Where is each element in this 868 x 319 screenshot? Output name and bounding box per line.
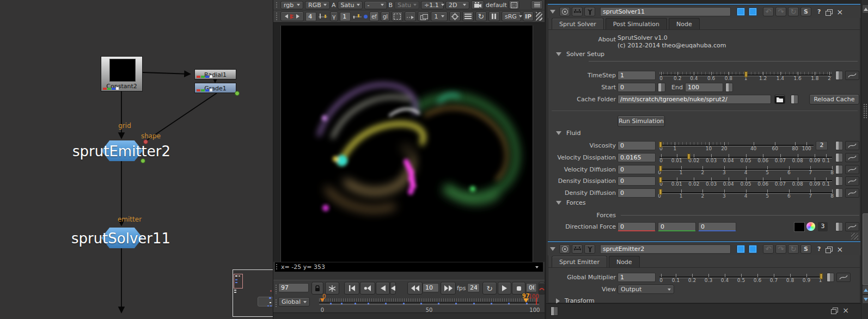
- density-diffusion-slider[interactable]: 012345678: [659, 188, 832, 198]
- timestep-input[interactable]: [618, 71, 656, 80]
- density-diffusion-input[interactable]: [618, 188, 656, 198]
- viewer-lut-dropdown[interactable]: sRG: [502, 11, 521, 21]
- animation-menu-button[interactable]: [725, 83, 733, 92]
- postage-stamp-toggle[interactable]: [737, 8, 745, 16]
- animation-menu-button[interactable]: [827, 273, 834, 282]
- slider-handle[interactable]: [659, 177, 662, 183]
- infobar-dropdown-icon[interactable]: [535, 266, 539, 268]
- color-swatch[interactable]: [794, 222, 805, 232]
- step-back-button[interactable]: [376, 282, 390, 295]
- density-dissipation-slider[interactable]: 00.010.020.030.040.050.060.070.080.090.1: [659, 176, 832, 186]
- properties-scrollbar[interactable]: [861, 0, 868, 319]
- undo-icon[interactable]: ↶: [763, 244, 774, 254]
- monitor-output-icon[interactable]: [572, 7, 583, 16]
- group-solver-setup[interactable]: Solver Setup: [556, 51, 604, 58]
- collapsed-panel-handle[interactable]: [551, 306, 558, 316]
- blend-dropdown[interactable]: -: [364, 1, 387, 9]
- layer-dropdown[interactable]: rgb: [280, 1, 303, 9]
- loop-mode-button[interactable]: ↻: [482, 282, 497, 295]
- group-fluid[interactable]: Fluid: [556, 130, 580, 137]
- slider-handle[interactable]: [820, 273, 823, 279]
- tab-post-simulation[interactable]: Post Simulation: [606, 18, 667, 30]
- current-frame-input[interactable]: [278, 283, 309, 292]
- run-simulation-button[interactable]: Run Simulation: [618, 115, 665, 127]
- timeline-drag-handle[interactable]: [275, 299, 278, 308]
- close-icon[interactable]: ×: [836, 245, 843, 254]
- tab-node[interactable]: Node: [669, 18, 700, 30]
- global-multiplier-input[interactable]: [618, 273, 656, 282]
- curve-editor-button[interactable]: [845, 165, 859, 174]
- diagonal-stripes-icon[interactable]: [535, 11, 543, 21]
- velocity-dissipation-input[interactable]: [618, 153, 656, 162]
- frame-format-icon[interactable]: [509, 1, 519, 9]
- first-frame-button[interactable]: [344, 282, 359, 295]
- global-multiplier-slider[interactable]: 00.10.20.30.40.50.60.70.80.91: [659, 272, 823, 283]
- scanline-icon[interactable]: [462, 11, 474, 21]
- panel-collapse-icon[interactable]: [550, 10, 558, 14]
- help-icon[interactable]: ?: [817, 246, 821, 253]
- group-forces[interactable]: Forces: [556, 199, 586, 206]
- gain-dropdown[interactable]: ÷1.1: [421, 1, 444, 9]
- viewer-menu-icon[interactable]: [531, 1, 543, 9]
- range-end-field[interactable]: [526, 283, 537, 292]
- node-color-toggle[interactable]: [749, 245, 757, 253]
- proxy-dropdown[interactable]: 1: [431, 11, 447, 21]
- animation-menu-button[interactable]: [835, 176, 843, 186]
- node-grade1[interactable]: Grade1: [194, 83, 236, 93]
- node-constant2[interactable]: Constant2: [101, 56, 143, 91]
- panel-resize-grip[interactable]: [851, 233, 858, 240]
- gl-button[interactable]: gl: [381, 11, 390, 21]
- scroll-up-button[interactable]: [862, 4, 868, 14]
- animation-menu-button[interactable]: [835, 222, 843, 231]
- curve-editor-button[interactable]: [836, 273, 851, 282]
- curve-editor-button[interactable]: [845, 222, 859, 231]
- slider-handle[interactable]: [687, 154, 690, 160]
- forward-step-button[interactable]: [441, 282, 456, 295]
- timeline-range-dropdown[interactable]: Global: [278, 297, 310, 306]
- channel-count-field[interactable]: 3: [818, 222, 828, 231]
- float-panel-icon[interactable]: [826, 247, 832, 252]
- color-wheel-icon[interactable]: [806, 222, 815, 231]
- curve-editor-button[interactable]: [845, 153, 859, 162]
- refresh-icon[interactable]: ↻: [475, 11, 487, 21]
- scroll-up-button-blue[interactable]: [862, 285, 868, 295]
- slider-handle[interactable]: [744, 71, 747, 77]
- undo-icon[interactable]: ↶: [763, 7, 774, 16]
- script-button[interactable]: S: [800, 7, 811, 16]
- center-node-icon[interactable]: [559, 244, 570, 254]
- grade1-output-dot[interactable]: [235, 91, 240, 96]
- view-dropdown[interactable]: Output: [618, 285, 674, 294]
- scroll-down-button-blue[interactable]: [862, 295, 868, 304]
- shape-input-dot[interactable]: [143, 139, 148, 144]
- input-process-button[interactable]: IP: [523, 11, 534, 21]
- redo-icon[interactable]: ↷: [775, 7, 786, 16]
- toolbar-drag-handle[interactable]: [276, 12, 278, 21]
- close-icon[interactable]: ×: [842, 306, 849, 315]
- curve-editor-button[interactable]: [845, 188, 859, 198]
- node-name-input[interactable]: [600, 244, 731, 254]
- animation-menu-button[interactable]: [791, 95, 798, 104]
- script-button[interactable]: S: [800, 244, 811, 254]
- camera-icon[interactable]: [471, 1, 484, 9]
- density-dissipation-input[interactable]: [618, 176, 656, 186]
- help-icon[interactable]: ?: [817, 8, 821, 15]
- channels-dropdown[interactable]: RGB: [305, 1, 330, 9]
- toolbar-drag-handle[interactable]: [276, 2, 278, 8]
- freeze-icon[interactable]: [325, 282, 339, 295]
- cache-folder-input[interactable]: [618, 95, 771, 104]
- viscosity-slider[interactable]: 011020406080100: [659, 140, 814, 151]
- slider-handle[interactable]: [659, 189, 662, 195]
- gear-icon[interactable]: [449, 11, 461, 21]
- play-button[interactable]: [498, 282, 511, 295]
- playbar-drag-handle[interactable]: [275, 284, 278, 294]
- timestep-slider[interactable]: 00.20.40.60.811.21.41.61.82: [659, 70, 832, 81]
- roi-marquee-icon[interactable]: [392, 11, 403, 21]
- animation-menu-button[interactable]: [835, 153, 843, 162]
- curve-editor-button[interactable]: [845, 71, 859, 80]
- viewer-canvas[interactable]: [273, 23, 545, 262]
- gamma-slider-icon[interactable]: [352, 13, 362, 20]
- play-backward-button[interactable]: [390, 282, 396, 295]
- panel-collapse-icon[interactable]: [550, 247, 558, 251]
- buffer-a-dropdown[interactable]: Satu: [338, 1, 363, 9]
- node-name-input[interactable]: [600, 7, 731, 16]
